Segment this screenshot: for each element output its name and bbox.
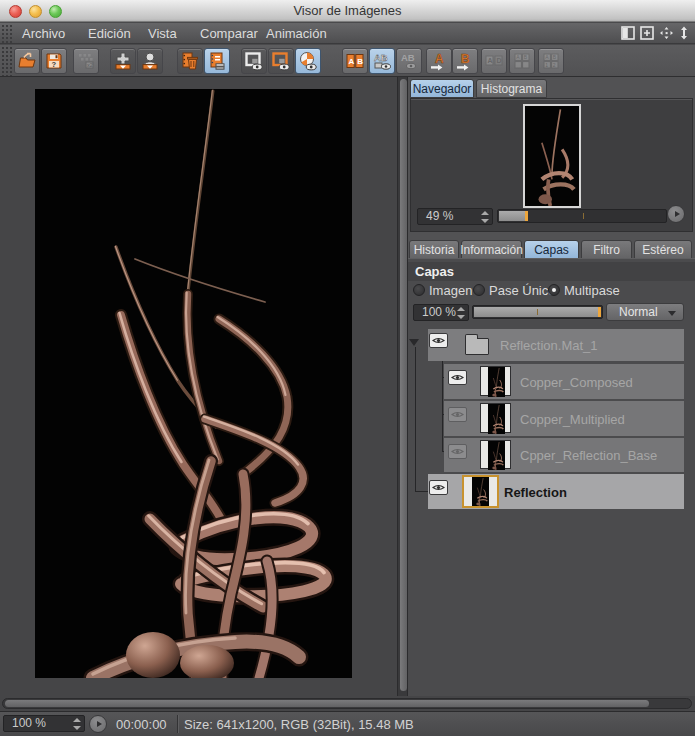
layer-row-copper-multiplied[interactable]: Copper_Multiplied	[444, 401, 684, 436]
eye-icon	[451, 373, 464, 382]
menu-animacion[interactable]: Animación	[266, 26, 327, 41]
svg-text:A: A	[349, 57, 355, 66]
scale-vertical-icon[interactable]	[678, 26, 690, 40]
layer-row-copper-composed[interactable]: Copper_Composed	[444, 364, 684, 399]
titlebar: Visor de Imágenes	[0, 0, 695, 22]
move-user-down-button[interactable]	[137, 48, 163, 74]
radio-pase-unico[interactable]	[473, 284, 485, 296]
vertical-scrollbar-thumb[interactable]	[400, 79, 407, 691]
opacity-slider-handle[interactable]	[598, 307, 601, 317]
layer-book-icon	[207, 51, 227, 71]
menubar-grip[interactable]	[0, 23, 13, 43]
statusbar-image-info: Size: 641x1200, RGB (32Bit), 15.48 MB	[184, 717, 414, 732]
eye-icon	[432, 483, 445, 492]
ab-eye-disabled-icon: AB	[399, 51, 419, 71]
move-result-down-button[interactable]	[110, 48, 136, 74]
radio-multipase-label: Multipase	[564, 283, 620, 298]
statusbar-play-button[interactable]	[89, 715, 107, 733]
cross-down-icon	[113, 51, 133, 71]
svg-text:AB: AB	[374, 52, 388, 63]
layer-label: Copper_Multiplied	[520, 411, 625, 426]
tab-filtro[interactable]: Filtro	[581, 240, 632, 259]
layer-row-folder[interactable]: Reflection.Mat_1	[428, 329, 684, 361]
layer-row-cpper-reflection-base[interactable]: Cpper_Reflection_Base	[444, 438, 684, 472]
horizontal-scrollbar[interactable]	[0, 696, 695, 711]
layer-visibility-toggle[interactable]	[429, 333, 448, 348]
tab-historia[interactable]: Historia	[409, 240, 459, 259]
navigator-thumbnail[interactable]	[523, 104, 581, 208]
trash-page-icon	[180, 51, 200, 71]
layer-opacity-slider[interactable]	[472, 305, 603, 319]
svg-text:AB: AB	[401, 52, 415, 63]
menu-archivo[interactable]: Archivo	[22, 26, 65, 41]
opacity-spinner[interactable]	[457, 307, 465, 319]
radio-multipase[interactable]	[548, 284, 560, 296]
image-viewport[interactable]	[0, 77, 397, 696]
menu-comparar[interactable]: Comparar	[200, 26, 258, 41]
show-pie-button[interactable]	[295, 48, 321, 74]
navigator-zoom-slider[interactable]	[497, 209, 667, 223]
tab-informacion[interactable]: Información	[461, 240, 522, 259]
compare-ab-split-button[interactable]: A B	[342, 48, 368, 74]
tab-capas[interactable]: Capas	[524, 240, 579, 259]
svg-text:1: 1	[545, 62, 548, 68]
statusbar-divider	[177, 715, 178, 733]
folder-open-icon	[17, 51, 37, 71]
save-disk-icon: ?	[44, 51, 64, 71]
menu-vista[interactable]: Vista	[148, 26, 177, 41]
tab-histograma[interactable]: Histograma	[476, 79, 547, 98]
horizontal-scrollbar-thumb[interactable]	[5, 700, 649, 707]
split-view-icon[interactable]	[621, 26, 636, 40]
navigator-zoom-field[interactable]: 49 %	[417, 208, 493, 225]
tab-estereo[interactable]: Estéreo	[634, 240, 692, 259]
expand-triangle-icon[interactable]	[409, 339, 419, 346]
layer-visibility-toggle[interactable]	[448, 370, 467, 385]
layer-label: Reflection.Mat_1	[500, 338, 598, 353]
vertical-scrollbar[interactable]	[397, 77, 408, 696]
folder-icon	[465, 338, 489, 355]
delete-from-manager-button[interactable]	[177, 48, 203, 74]
save-image-button[interactable]: ?	[41, 48, 67, 74]
set-as-a-button[interactable]: A	[426, 48, 452, 74]
show-frame-white-button[interactable]	[241, 48, 267, 74]
statusbar-zoom-field[interactable]: 100 %	[3, 715, 85, 732]
blend-mode-dropdown[interactable]: Normal	[606, 303, 684, 321]
compare-ab-view-button[interactable]: AB	[369, 48, 395, 74]
svg-text:A: A	[435, 52, 444, 66]
numbered-ab-button: A B 1 2	[538, 48, 564, 74]
menubar: Archivo Edición Vista Comparar Animación	[0, 23, 695, 44]
layer-row-reflection-selected[interactable]: Reflection	[428, 474, 684, 509]
convert-x2-button: x2	[73, 48, 99, 74]
layer-manager-button[interactable]	[204, 48, 230, 74]
toolbar-grip[interactable]	[0, 45, 12, 76]
compare-ab-alt-button: AB	[396, 48, 422, 74]
b-arrow-icon: B	[455, 51, 475, 71]
navigator-options-button[interactable]	[667, 205, 685, 223]
tab-navegador[interactable]: Navegador	[410, 79, 474, 98]
layers-header: Capas	[408, 262, 695, 281]
open-image-button[interactable]	[14, 48, 40, 74]
show-frame-orange-button[interactable]	[268, 48, 294, 74]
grid-ab-button: A B	[509, 48, 535, 74]
layer-opacity-field[interactable]: 100 %	[413, 304, 469, 321]
layer-visibility-toggle[interactable]	[429, 480, 448, 495]
radio-imagen[interactable]	[413, 284, 425, 296]
slider-handle[interactable]	[525, 211, 528, 221]
layer-visibility-toggle[interactable]	[448, 444, 467, 459]
right-panel: Navegador Histograma 49 % Historia Infor…	[408, 77, 695, 696]
move-icon[interactable]	[659, 26, 674, 40]
swap-ab-icon: A D	[484, 51, 504, 71]
svg-text:2: 2	[553, 62, 556, 68]
add-panel-icon[interactable]	[640, 26, 655, 40]
layer-thumbnail	[480, 366, 511, 396]
zoom-spinner[interactable]	[481, 211, 489, 223]
eye-icon	[451, 410, 464, 419]
layer-visibility-toggle[interactable]	[448, 407, 467, 422]
toolbar: ? x2	[0, 45, 695, 77]
set-as-b-button[interactable]: B	[452, 48, 478, 74]
menu-edicion[interactable]: Edición	[88, 26, 131, 41]
radio-imagen-label: Imagen	[429, 283, 472, 298]
statusbar-zoom-spinner[interactable]	[73, 718, 81, 730]
pie-eye-icon	[298, 51, 318, 71]
a-arrow-icon: A	[429, 51, 449, 71]
